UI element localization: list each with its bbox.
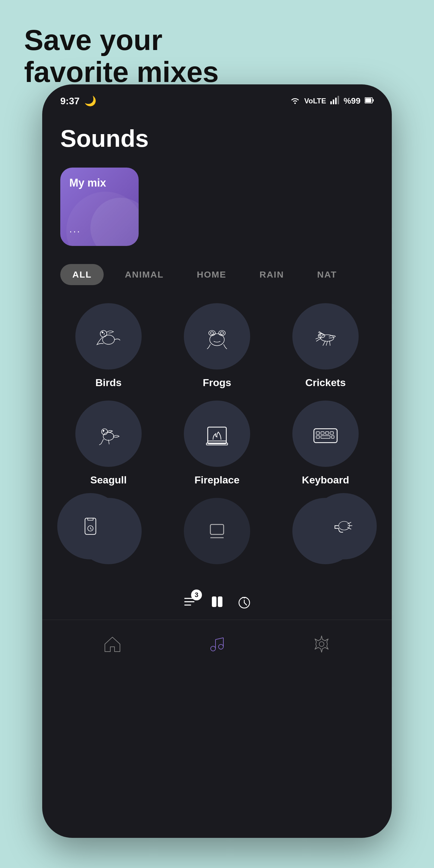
svg-rect-6: [365, 98, 371, 102]
nav-home[interactable]: [100, 632, 124, 656]
sound-name-keyboard: Keyboard: [302, 474, 349, 486]
clock-sound-button[interactable]: [57, 493, 124, 559]
svg-line-51: [244, 602, 247, 605]
bird-icon: [92, 320, 125, 353]
bottom-nav: [42, 620, 392, 674]
svg-rect-27: [326, 432, 329, 434]
svg-rect-31: [332, 436, 334, 438]
svg-rect-5: [373, 99, 374, 101]
svg-point-13: [210, 332, 214, 335]
sound-name-frogs: Frogs: [203, 377, 231, 389]
status-time: 9:37: [60, 96, 80, 107]
svg-rect-30: [321, 436, 330, 438]
sound-name-birds: Birds: [96, 377, 122, 389]
sound-circle-crickets: [292, 303, 359, 370]
svg-rect-2: [335, 98, 337, 104]
frog-icon: [200, 320, 234, 353]
sound-fireplace[interactable]: Fireplace: [169, 401, 265, 486]
sound-partial[interactable]: [169, 498, 265, 571]
category-tabs: ALL ANIMAL HOME RAIN NAT: [60, 264, 374, 285]
hairdryer-sound-button[interactable]: [310, 493, 377, 559]
svg-point-63: [218, 644, 223, 649]
sound-circle-fireplace: [184, 401, 250, 467]
app-title: Sounds: [60, 125, 374, 153]
fireplace-icon: [200, 417, 234, 450]
sounds-nav-icon: [205, 632, 229, 656]
svg-rect-28: [330, 432, 333, 434]
mix-dots: ···: [69, 226, 130, 237]
phone-frame: 9:37 🌙 VoLTE %99: [42, 84, 392, 838]
timer-button[interactable]: [235, 592, 253, 611]
cricket-icon: [309, 320, 342, 353]
svg-point-8: [100, 330, 107, 337]
volte-label: VoLTE: [304, 97, 326, 105]
tab-home[interactable]: HOME: [185, 264, 239, 285]
player-bar: 3: [42, 584, 392, 620]
nav-settings[interactable]: [310, 632, 334, 656]
seagull-icon: [92, 417, 125, 450]
svg-rect-25: [316, 432, 319, 434]
svg-rect-29: [316, 436, 319, 438]
svg-point-14: [220, 332, 224, 335]
svg-line-57: [90, 528, 92, 530]
status-bar: 9:37 🌙 VoLTE %99: [42, 84, 392, 113]
sound-name-crickets: Crickets: [305, 377, 346, 389]
svg-line-66: [216, 638, 223, 640]
playlist-button[interactable]: 3: [181, 592, 199, 611]
sound-grid: Birds Frogs: [60, 303, 374, 486]
my-mix-card[interactable]: My mix ···: [60, 167, 138, 246]
settings-nav-icon: [310, 632, 334, 656]
svg-point-20: [103, 430, 104, 431]
sound-circle-frogs: [184, 303, 250, 370]
sound-circle-seagull: [75, 401, 142, 467]
svg-point-18: [103, 433, 114, 440]
svg-point-7: [102, 335, 115, 344]
tab-rain[interactable]: RAIN: [247, 264, 296, 285]
moon-icon: 🌙: [84, 95, 96, 107]
sound-seagull[interactable]: Seagull: [60, 401, 157, 486]
svg-point-67: [319, 642, 324, 647]
sound-birds[interactable]: Birds: [60, 303, 157, 389]
sound-crickets[interactable]: Crickets: [277, 303, 374, 389]
keyboard-icon: [309, 417, 342, 450]
svg-rect-26: [321, 432, 324, 434]
svg-point-9: [102, 332, 103, 333]
svg-rect-46: [212, 597, 216, 607]
nav-sounds[interactable]: [205, 632, 229, 656]
pause-button[interactable]: [208, 592, 226, 611]
sound-frogs[interactable]: Frogs: [169, 303, 265, 389]
player-controls: 3: [181, 592, 253, 611]
signal-icon: [330, 96, 339, 106]
home-nav-icon: [100, 632, 124, 656]
tab-all[interactable]: ALL: [60, 264, 104, 285]
sound-keyboard[interactable]: Keyboard: [277, 401, 374, 486]
svg-rect-47: [218, 597, 222, 607]
sound-circle-keyboard: [292, 401, 359, 467]
page-headline: Save your favorite mixes: [24, 24, 219, 88]
svg-point-62: [211, 646, 216, 651]
battery-pct: %99: [344, 96, 361, 106]
battery-icon: [365, 96, 374, 106]
tab-nature[interactable]: NAT: [305, 264, 349, 285]
badge-count: 3: [191, 590, 202, 600]
mix-label: My mix: [69, 177, 130, 189]
svg-rect-37: [210, 524, 224, 534]
wifi-icon: [290, 96, 300, 106]
partial-icon: [200, 515, 234, 548]
sound-name-seagull: Seagull: [90, 474, 127, 486]
svg-rect-1: [333, 99, 334, 104]
sound-circle-birds: [75, 303, 142, 370]
tab-animal[interactable]: ANIMAL: [113, 264, 176, 285]
sound-name-fireplace: Fireplace: [194, 474, 239, 486]
sound-circle-partial: [184, 498, 250, 564]
svg-point-17: [319, 334, 321, 336]
svg-rect-3: [338, 96, 339, 104]
svg-rect-0: [330, 101, 332, 104]
